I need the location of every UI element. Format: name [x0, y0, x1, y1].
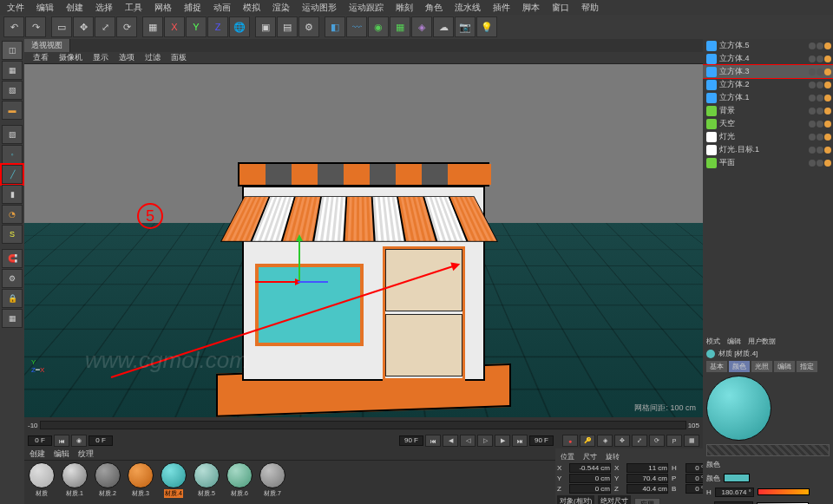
apply-button[interactable]: 应用: [634, 498, 660, 504]
play-fwd-icon[interactable]: ▷: [477, 435, 493, 447]
scale-icon[interactable]: ⤢: [95, 16, 115, 37]
attr-tab[interactable]: 用户数据: [748, 337, 776, 346]
h-rot-field[interactable]: [685, 463, 705, 473]
vpmenu-item[interactable]: 选项: [119, 52, 134, 63]
object-row[interactable]: 背景: [703, 104, 833, 117]
step-fwd-icon[interactable]: ▶: [495, 435, 510, 447]
live-select-icon[interactable]: ▭: [51, 16, 72, 37]
gizmo-y-axis[interactable]: [298, 238, 300, 281]
menu-插件[interactable]: 插件: [493, 2, 510, 14]
size-mode-label[interactable]: 绝对尺寸: [598, 495, 631, 504]
menu-选择[interactable]: 选择: [95, 2, 113, 14]
polygon-mode-icon[interactable]: ▮: [2, 185, 23, 204]
hue-gradient[interactable]: [758, 488, 810, 495]
lock-icon[interactable]: 🔒: [2, 289, 23, 308]
snap-settings-icon[interactable]: ⚙: [2, 269, 23, 288]
attr-subtab[interactable]: 光照: [751, 361, 772, 372]
hue-field[interactable]: 180.674 °: [715, 488, 754, 497]
rotate-icon[interactable]: ⟳: [116, 16, 137, 37]
object-row[interactable]: 立方体.5: [703, 39, 833, 52]
lock-x-icon[interactable]: X: [164, 16, 185, 37]
workplane-icon[interactable]: ▬: [2, 101, 23, 120]
scale-key-icon[interactable]: ⤢: [632, 435, 647, 447]
menu-角色[interactable]: 角色: [425, 2, 443, 14]
object-row[interactable]: 平面: [703, 156, 833, 169]
attr-subtab[interactable]: 编辑: [774, 361, 795, 372]
z-size-field[interactable]: [626, 484, 668, 494]
x-size-field[interactable]: [626, 463, 668, 473]
prev-key-icon[interactable]: ⏮: [425, 435, 441, 447]
light-icon[interactable]: 💡: [476, 16, 497, 37]
material-swatch[interactable]: 材质.7: [257, 462, 288, 502]
current-frame-field[interactable]: 0 F: [89, 435, 113, 446]
render-icon[interactable]: ▣: [255, 16, 276, 37]
attr-subtab[interactable]: 颜色: [729, 361, 750, 372]
b-rot-field[interactable]: [685, 484, 705, 494]
tweak-icon[interactable]: ◔: [2, 205, 23, 224]
material-manager-tabs[interactable]: 创建编辑纹理: [24, 448, 555, 461]
pla-key-icon[interactable]: ▦: [684, 435, 699, 447]
lock-y-icon[interactable]: Y: [186, 16, 207, 37]
mat-mgr-tab[interactable]: 纹理: [78, 448, 94, 460]
sat-field[interactable]: 42.381 %: [714, 501, 753, 505]
deformer-icon[interactable]: ◈: [411, 16, 432, 37]
lock-z-icon[interactable]: Z: [207, 16, 228, 37]
edge-mode-icon[interactable]: ╱: [2, 165, 23, 184]
render-region-icon[interactable]: ▤: [277, 16, 298, 37]
menu-帮助[interactable]: 帮助: [581, 2, 599, 14]
menu-创建[interactable]: 创建: [66, 2, 83, 14]
perspective-viewport[interactable]: 5 YZ━X 网格间距: 100 cm www.cgmol.com: [24, 64, 703, 417]
record-icon[interactable]: ●: [562, 435, 578, 447]
vpmenu-item[interactable]: 面板: [171, 52, 187, 63]
attr-subtab[interactable]: 基本: [706, 361, 727, 372]
menu-模拟[interactable]: 模拟: [243, 2, 260, 14]
material-swatch[interactable]: 材质.2: [92, 462, 123, 502]
menu-渲染[interactable]: 渲染: [272, 2, 290, 14]
model-mode-icon[interactable]: ▦: [2, 61, 23, 80]
p-rot-field[interactable]: [685, 474, 705, 483]
viewport-solo-icon[interactable]: ▦: [2, 309, 23, 328]
object-row[interactable]: 立方体.2: [703, 78, 833, 91]
main-menubar[interactable]: 文件编辑创建选择工具网格捕捉动画模拟渲染运动图形运动跟踪雕刻角色流水线插件脚本窗…: [0, 0, 833, 15]
object-row[interactable]: 灯光: [703, 130, 833, 143]
mat-mgr-tab[interactable]: 编辑: [54, 448, 69, 460]
z-pos-field[interactable]: [569, 484, 611, 494]
texture-mode-icon[interactable]: ▧: [2, 81, 23, 100]
menu-动画[interactable]: 动画: [213, 2, 231, 14]
coord-mode-label[interactable]: 对象(相对): [557, 495, 594, 504]
cube-primitive-icon[interactable]: ◧: [325, 16, 345, 37]
material-swatch[interactable]: 材质.6: [224, 462, 255, 502]
timeline-ruler[interactable]: -10105: [24, 417, 703, 433]
play-back-icon[interactable]: ◁: [460, 435, 476, 447]
param-key-icon[interactable]: P: [666, 435, 682, 447]
viewport-tab[interactable]: 透视视图: [24, 39, 70, 52]
pos-key-icon[interactable]: ✥: [614, 435, 630, 447]
y-pos-field[interactable]: [569, 474, 611, 483]
make-editable-icon[interactable]: ◫: [2, 41, 23, 60]
material-swatch[interactable]: 材质.3: [125, 462, 156, 502]
environment-icon[interactable]: ☁: [433, 16, 454, 37]
spline-icon[interactable]: 〰: [346, 16, 367, 37]
vpmenu-item[interactable]: 查看: [33, 52, 49, 63]
material-swatch[interactable]: 材质: [26, 462, 57, 502]
coord-sys-icon[interactable]: 🌐: [229, 16, 250, 37]
menu-文件[interactable]: 文件: [7, 2, 24, 14]
range-start-field[interactable]: 0 F: [28, 435, 52, 446]
attr-tab[interactable]: 编辑: [727, 337, 741, 346]
material-swatch[interactable]: 材质.5: [191, 462, 222, 502]
y-size-field[interactable]: [626, 474, 668, 483]
point-mode-icon[interactable]: ◦: [2, 145, 23, 164]
camera-icon[interactable]: 📷: [455, 16, 476, 37]
menu-运动图形[interactable]: 运动图形: [302, 2, 337, 14]
viewport-menu[interactable]: 查看摄像机显示选项过滤面板: [24, 52, 703, 64]
move-icon[interactable]: ✥: [73, 16, 94, 37]
object-row[interactable]: 立方体.1: [703, 91, 833, 104]
material-swatch[interactable]: 材质.1: [59, 462, 90, 502]
menu-捕捉[interactable]: 捕捉: [184, 2, 201, 14]
render-settings-icon[interactable]: ⚙: [298, 16, 319, 37]
vpmenu-item[interactable]: 显示: [93, 52, 108, 63]
menu-编辑[interactable]: 编辑: [36, 2, 54, 14]
undo-icon[interactable]: ↶: [3, 16, 24, 37]
object-row[interactable]: 灯光.目标.1: [703, 143, 833, 156]
autokey-icon[interactable]: 🔑: [580, 435, 595, 447]
